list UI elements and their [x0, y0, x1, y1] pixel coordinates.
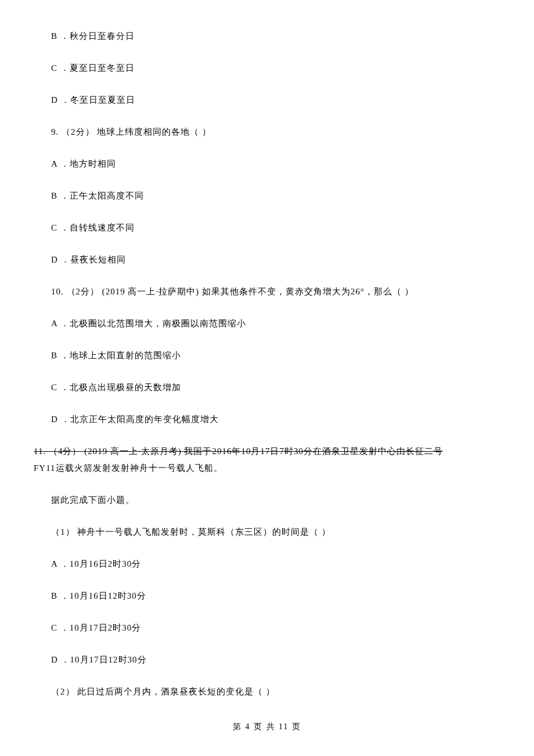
option-d: D ．冬至日至夏至日 [51, 94, 500, 106]
option-b: B ．秋分日至春分日 [51, 30, 500, 42]
q10-option-d: D ．北京正午太阳高度的年变化幅度增大 [51, 413, 500, 426]
q11-p2-stem: （2） 此日过后两个月内，酒泉昼夜长短的变化是（ ） [51, 686, 500, 698]
q11-p1-option-b: B ．10月16日12时30分 [51, 590, 500, 602]
q9-option-c: C ．自转线速度不同 [51, 222, 500, 234]
q11-stem-line1: 11. （4分） (2019 高一上·太原月考) 我国于2016年10月17日7… [34, 445, 500, 458]
q11-instruction: 据此完成下面小题。 [51, 494, 500, 506]
q9-stem: 9. （2分） 地球上纬度相同的各地（ ） [51, 126, 500, 138]
q11-p1-stem: （1） 神舟十一号载人飞船发射时，莫斯科（东三区）的时间是（ ） [51, 526, 500, 538]
q10-option-b: B ．地球上太阳直射的范围缩小 [51, 350, 500, 362]
q9-option-b: B ．正午太阳高度不同 [51, 190, 500, 202]
page-content: B ．秋分日至春分日 C ．夏至日至冬至日 D ．冬至日至夏至日 9. （2分）… [0, 0, 534, 698]
q10-option-c: C ．北极点出现极昼的天数增加 [51, 381, 500, 394]
q11-p1-option-d: D ．10月17日12时30分 [51, 654, 500, 666]
page-footer: 第 4 页 共 11 页 [0, 721, 534, 733]
q11-p1-option-c: C ．10月17日2时30分 [51, 622, 500, 634]
q11-stem-line2: FY11运载火箭发射发射神舟十一号载人飞船。 [34, 462, 500, 474]
q9-option-d: D ．昼夜长短相同 [51, 254, 500, 266]
q10-stem: 10. （2分） (2019 高一上·拉萨期中) 如果其他条件不变，黄赤交角增大… [51, 286, 500, 298]
q11-p1-option-a: A ．10月16日2时30分 [51, 558, 500, 570]
q9-option-a: A ．地方时相同 [51, 158, 500, 170]
option-c: C ．夏至日至冬至日 [51, 62, 500, 74]
q10-option-a: A ．北极圈以北范围增大，南极圈以南范围缩小 [51, 318, 500, 330]
q11-stem-strike: 11. （4分） (2019 高一上·太原月考) 我国于2016年10月17日7… [34, 447, 443, 456]
